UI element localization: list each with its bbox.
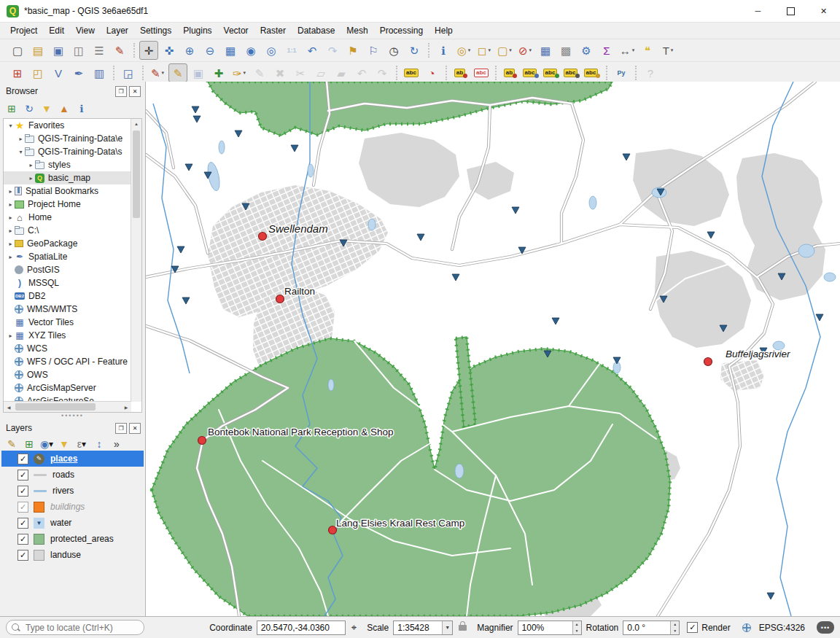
menu-processing[interactable]: Processing: [374, 24, 429, 37]
measure-line-button[interactable]: ↔▾: [618, 41, 637, 60]
browser-item-mssql[interactable]: )MSSQL: [4, 276, 141, 289]
magnifier-spin-buttons[interactable]: ▲▼: [572, 621, 581, 634]
run-feature-action-button[interactable]: ◎▾: [454, 41, 473, 60]
browser-item-wcs[interactable]: WCS: [4, 342, 141, 355]
layers-close-button[interactable]: ✕: [129, 423, 141, 434]
locate-box[interactable]: [6, 620, 144, 635]
map-tips-button[interactable]: ❝: [638, 41, 657, 60]
browser-vertical-scrollbar[interactable]: ▲: [131, 119, 141, 402]
magnifier-input[interactable]: [518, 623, 572, 633]
new-geopackage-layer-button[interactable]: ◰: [28, 63, 47, 82]
current-edits-dropdown-icon[interactable]: ▾: [162, 70, 165, 76]
change-label-button[interactable]: abc: [583, 63, 602, 82]
filter-by-expression-button[interactable]: ε▾: [73, 436, 90, 452]
crs-globe-icon[interactable]: [742, 623, 751, 632]
new-temporary-scratch-layer-button[interactable]: ◲: [119, 63, 138, 82]
menu-help[interactable]: Help: [429, 24, 459, 37]
pin-unpin-labels-button[interactable]: ab: [501, 63, 520, 82]
layer-labeling-options-button[interactable]: abc: [402, 63, 421, 82]
scroll-right-icon[interactable]: ▶: [121, 402, 131, 412]
save-project-button[interactable]: ▣: [49, 41, 68, 60]
highlight-pinned-labels-button[interactable]: abc: [472, 63, 491, 82]
expand-collapse-all-button[interactable]: ↕: [90, 436, 108, 452]
select-by-value-button[interactable]: ▢▾: [495, 41, 514, 60]
new-bookmark-button[interactable]: ⚑: [343, 41, 362, 60]
expand-arrow-icon[interactable]: ▾: [17, 149, 25, 155]
new-virtual-layer-button[interactable]: ▥: [90, 63, 109, 82]
filter-legend-button[interactable]: ▼: [55, 436, 73, 452]
expand-arrow-icon[interactable]: ▸: [27, 175, 35, 182]
text-annotation-button[interactable]: T▾: [658, 41, 677, 60]
layer-row-places[interactable]: ✓✎places: [1, 451, 144, 467]
refresh-browser-button[interactable]: ↻: [20, 101, 38, 117]
refresh-map-button[interactable]: ↻: [405, 41, 424, 60]
layer-visibility-checkbox[interactable]: ✓: [18, 518, 28, 529]
messages-icon[interactable]: •••: [817, 621, 834, 634]
open-layer-styling-panel-button[interactable]: ✎: [3, 436, 20, 452]
browser-item-c[interactable]: ▸C:\: [4, 224, 141, 237]
vertex-tool-dropdown-icon[interactable]: ▾: [244, 70, 246, 76]
layer-visibility-checkbox[interactable]: ✓: [18, 550, 28, 561]
expand-arrow-icon[interactable]: ▸: [7, 188, 15, 195]
layers-float-button[interactable]: ❐: [115, 423, 127, 434]
layer-row-rivers[interactable]: ✓rivers: [1, 483, 144, 499]
expand-arrow-icon[interactable]: ▾: [7, 122, 15, 129]
expand-arrow-icon[interactable]: ▸: [7, 201, 15, 208]
pin-labels-button[interactable]: ab: [451, 63, 470, 82]
crs-value[interactable]: EPSG:4326: [759, 623, 805, 633]
expand-arrow-icon[interactable]: ▸: [27, 162, 35, 168]
close-button[interactable]: ✕: [807, 1, 840, 22]
scroll-left-icon[interactable]: ◀: [4, 402, 14, 412]
menu-view[interactable]: View: [70, 24, 101, 37]
browser-item-basic-map[interactable]: ▸Qbasic_map: [4, 171, 141, 184]
scale-input[interactable]: [394, 623, 442, 633]
browser-item-spatial-bookmarks[interactable]: ▸Spatial Bookmarks: [4, 184, 141, 198]
menu-plugins[interactable]: Plugins: [177, 24, 217, 37]
expand-arrow-icon[interactable]: ▸: [7, 254, 15, 260]
show-layout-manager-button[interactable]: ☰: [90, 41, 109, 60]
current-edits-button[interactable]: ✎▾: [148, 63, 167, 82]
expand-arrow-icon[interactable]: ▸: [7, 332, 15, 339]
menu-edit[interactable]: Edit: [43, 24, 70, 37]
render-checkbox[interactable]: ✓: [687, 622, 698, 633]
layer-row-landuse[interactable]: ✓landuse: [1, 547, 144, 563]
expand-arrow-icon[interactable]: ▸: [7, 241, 15, 247]
manage-map-themes-button[interactable]: ◉▾: [38, 436, 55, 452]
zoom-last-button[interactable]: ↶: [303, 41, 322, 60]
layer-visibility-checkbox[interactable]: ✓: [18, 486, 28, 497]
browser-item-favorites[interactable]: ▾★Favorites: [4, 119, 141, 132]
layer-row-protected_areas[interactable]: ✓protected_areas: [1, 531, 144, 547]
expand-arrow-icon[interactable]: ▸: [7, 214, 15, 221]
magnifier-spinbox[interactable]: ▲▼: [518, 621, 582, 635]
browser-item-wms-wmts[interactable]: WMS/WMTS: [4, 303, 141, 316]
data-source-manager-button[interactable]: ⊞: [8, 63, 27, 82]
coordinate-box[interactable]: [257, 621, 346, 635]
browser-item-home[interactable]: ▸⌂Home: [4, 211, 141, 224]
browser-item-postgis[interactable]: PostGIS: [4, 263, 141, 276]
browser-item-xyz-tiles[interactable]: ▸▦XYZ Tiles: [4, 329, 141, 342]
rotate-label-button[interactable]: abc: [562, 63, 581, 82]
scale-combo[interactable]: ▼: [393, 621, 453, 635]
new-print-layout-button[interactable]: ◫: [69, 41, 88, 60]
select-features-dropdown-icon[interactable]: ▾: [488, 47, 491, 53]
zoom-in-button[interactable]: ⊕: [180, 41, 199, 60]
expand-arrow-icon[interactable]: ▸: [17, 136, 25, 142]
field-calculator-button[interactable]: ▩: [556, 41, 575, 60]
browser-item-geopackage[interactable]: ▸GeoPackage: [4, 237, 141, 250]
expand-arrow-icon[interactable]: ▸: [7, 227, 15, 234]
browser-close-button[interactable]: ✕: [129, 86, 141, 97]
panel-splitter[interactable]: ••••••: [0, 413, 145, 419]
layer-row-roads[interactable]: ✓roads: [1, 467, 144, 483]
browser-item-vector-tiles[interactable]: ▦Vector Tiles: [4, 316, 141, 329]
panel-overflow-button[interactable]: »: [108, 436, 125, 452]
deselect-features-dropdown-icon[interactable]: ▾: [529, 47, 532, 53]
menu-settings[interactable]: Settings: [134, 24, 177, 37]
menu-project[interactable]: Project: [4, 24, 43, 37]
browser-item-qgis-training-data-e[interactable]: ▸QGIS-Training-Data\e: [4, 132, 141, 145]
rotation-spin-buttons[interactable]: ▲▼: [670, 621, 679, 634]
layer-row-buildings[interactable]: ✓buildings: [1, 499, 144, 515]
browser-item-db2[interactable]: DB2DB2: [4, 289, 141, 303]
menu-layer[interactable]: Layer: [101, 24, 134, 37]
locate-input[interactable]: [24, 621, 136, 634]
style-manager-button[interactable]: ✎: [110, 41, 129, 60]
